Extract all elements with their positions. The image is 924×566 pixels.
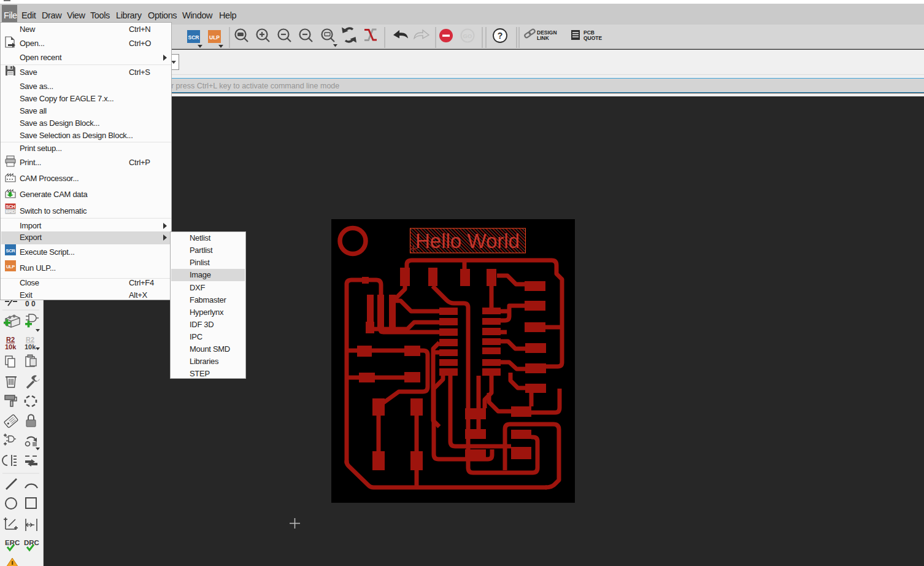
svg-text:?: ? [498, 31, 503, 41]
svg-text:ULP: ULP [209, 34, 220, 41]
svg-text:R2: R2 [26, 336, 34, 343]
svg-text:Hello World: Hello World [415, 230, 520, 252]
svg-text:GO: GO [463, 33, 472, 39]
svg-text:R2: R2 [6, 336, 15, 343]
svg-text:10k: 10k [5, 343, 17, 351]
svg-text:ERC: ERC [5, 539, 20, 546]
svg-text:BRD: BRD [6, 209, 15, 214]
svg-text:SCR: SCR [6, 248, 16, 254]
svg-text:10k: 10k [25, 343, 36, 351]
svg-text:LINK: LINK [537, 35, 550, 41]
svg-text:ULP: ULP [6, 264, 15, 269]
svg-text:SCR: SCR [188, 34, 199, 41]
svg-text:QUOTE: QUOTE [583, 35, 603, 41]
svg-text:0 0: 0 0 [25, 300, 36, 308]
svg-text:DRC: DRC [24, 539, 39, 546]
